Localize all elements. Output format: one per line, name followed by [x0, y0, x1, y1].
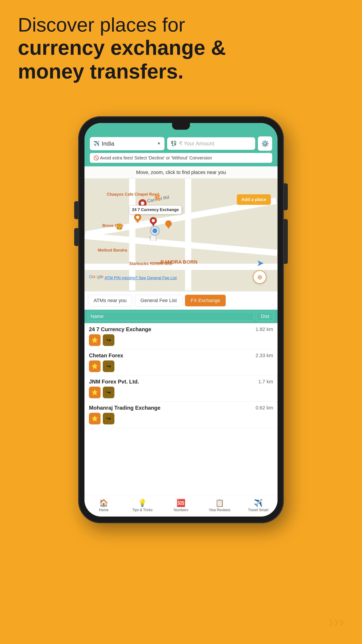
directions-icon: ↪: [106, 337, 111, 343]
svg-marker-10: [166, 225, 170, 229]
list-item-row: 24 7 Currency Exchange 1.82 km: [89, 326, 273, 332]
nav-travel[interactable]: ✈️ Travel Smart: [239, 497, 278, 512]
place-actions: ⭐ ↪: [89, 413, 273, 424]
header-row: ✈️ India ▼ 💱 ₹ Your Amount ⚙️: [90, 136, 272, 151]
favorite-button[interactable]: ⭐: [89, 386, 100, 398]
phone-screen: ✈️ India ▼ 💱 ₹ Your Amount ⚙️: [84, 123, 278, 516]
volume-button-down: [74, 228, 78, 246]
directions-icon: ↪: [106, 416, 111, 422]
place-dist: 1.82 km: [256, 326, 273, 332]
list-col-dist: Dist: [256, 312, 274, 321]
list-item-row: Chetan Forex 2.33 km: [89, 352, 273, 359]
favorite-button[interactable]: ⭐: [89, 334, 100, 346]
place-name: JNM Forex Pvt. Ltd.: [89, 378, 139, 385]
map-hint: Move, zoom, click to find places near yo…: [84, 166, 278, 179]
dropdown-arrow-icon: ▼: [157, 141, 161, 146]
sos-icon: 🆘: [177, 499, 185, 507]
filter-tab-fee[interactable]: General Fee List: [135, 295, 183, 306]
country-name: India: [102, 140, 114, 147]
place-dist: 0.62 km: [256, 405, 273, 411]
country-selector[interactable]: ✈️ India ▼: [90, 137, 164, 150]
place-dist: 2.33 km: [256, 353, 273, 358]
place-dist: 1.7 km: [258, 379, 273, 384]
navigate-button[interactable]: ↪: [103, 360, 114, 372]
power-button: [284, 183, 288, 210]
place-actions: ⭐ ↪: [89, 360, 273, 372]
warning-text: 🚫 Avoid extra fees! Select 'Decline' or …: [93, 155, 212, 160]
favorite-button[interactable]: ⭐: [89, 360, 100, 372]
home-icon: 🏠: [99, 499, 108, 507]
list-item-row: Mohanraj Trading Exchange 0.62 km: [89, 405, 273, 411]
list-item[interactable]: Mohanraj Trading Exchange 0.62 km ⭐ ↪: [84, 402, 278, 428]
nav-visa[interactable]: 📋 Visa Reviews: [200, 497, 239, 512]
travel-icon: ✈️: [254, 499, 263, 507]
hero-line2: currency exchange &: [18, 36, 344, 60]
nav-tips[interactable]: 💡 Tips & Tricks: [123, 497, 162, 512]
hero-line1: Discover places for: [18, 14, 344, 36]
place-name: Chetan Forex: [89, 352, 123, 359]
map-label-chaayos: Chaayos Cafe Chapel Road,: [107, 192, 160, 197]
list-item[interactable]: Chetan Forex 2.33 km ⭐ ↪: [84, 349, 278, 376]
navigation-arrow-icon: ➤: [257, 258, 264, 268]
map-pin-red-2[interactable]: [149, 217, 157, 228]
list-header: Name Dist: [84, 310, 278, 323]
hero-line3: money transfers.: [18, 60, 344, 84]
arrow-decoration: › › ›: [329, 613, 344, 630]
navigate-button[interactable]: ↪: [103, 413, 114, 424]
place-name: 24 7 Currency Exchange: [89, 326, 151, 332]
map-background[interactable]: Chaayos Cafe Chapel Road, Carmel Rd Brev…: [84, 179, 278, 290]
amount-placeholder: ₹ Your Amount: [179, 140, 214, 147]
star-icon: ⭐: [91, 363, 98, 370]
bottom-navigation: 🏠 Home 💡 Tips & Tricks 🆘 Numbers 📋 Visa …: [84, 495, 278, 516]
chevron-1-icon: ›: [329, 613, 334, 630]
filter-tab-fx[interactable]: FX Exchange: [185, 295, 226, 306]
directions-icon: ↪: [106, 389, 111, 396]
map-road-5: [185, 179, 191, 290]
nav-numbers[interactable]: 🆘 Numbers: [162, 497, 200, 512]
phone-device: ✈️ India ▼ 💱 ₹ Your Amount ⚙️: [78, 116, 284, 523]
svg-point-8: [136, 216, 139, 219]
star-icon: ⭐: [91, 337, 98, 343]
favorite-button[interactable]: ⭐: [89, 413, 100, 424]
svg-marker-7: [135, 219, 140, 223]
nav-visa-label: Visa Reviews: [209, 508, 230, 512]
star-icon: ⭐: [91, 416, 98, 422]
nav-travel-label: Travel Smart: [248, 508, 268, 512]
navigate-button[interactable]: ↪: [103, 334, 114, 346]
settings-button[interactable]: ⚙️: [258, 136, 272, 151]
place-name: Mohanraj Trading Exchange: [89, 405, 160, 411]
filter-tabs: ATMs near you General Fee List FX Exchan…: [84, 292, 278, 310]
list-item[interactable]: JNM Forex Pvt. Ltd. 1.7 km ⭐ ↪: [84, 376, 278, 402]
volume-button-up: [74, 201, 78, 219]
chevron-2-icon: ›: [334, 613, 339, 630]
clipboard-icon: 📋: [215, 499, 224, 507]
nav-home[interactable]: 🏠 Home: [84, 497, 123, 512]
place-actions: ⭐ ↪: [89, 334, 273, 346]
nav-numbers-label: Numbers: [174, 508, 188, 512]
list-col-name: Name: [88, 312, 254, 321]
map-pin-orange-1[interactable]: [134, 213, 142, 224]
map-pin-orange-2[interactable]: [165, 220, 172, 230]
lightbulb-icon: 💡: [138, 499, 147, 507]
svg-point-2: [141, 202, 144, 205]
list-item[interactable]: 24 7 Currency Exchange 1.82 km ⭐ ↪: [84, 323, 278, 349]
map-pin-food: 🍽️: [149, 234, 157, 242]
map-pin-food2: 🍔: [116, 224, 123, 230]
amount-input[interactable]: 💱 ₹ Your Amount: [167, 137, 255, 150]
filter-tab-atm[interactable]: ATMs near you: [88, 295, 132, 306]
locate-me-button[interactable]: ⊕: [253, 270, 266, 284]
nav-tips-label: Tips & Tricks: [132, 508, 153, 512]
volume-button-right: [284, 219, 288, 264]
atm-link[interactable]: ATM PIN missing? See General Fee List: [105, 276, 177, 280]
warning-bar: 🚫 Avoid extra fees! Select 'Decline' or …: [90, 153, 272, 163]
phone-shell: ✈️ India ▼ 💱 ₹ Your Amount ⚙️: [78, 116, 284, 523]
add-place-button[interactable]: Add a place: [237, 194, 271, 205]
hero-section: Discover places for currency exchange & …: [18, 14, 344, 84]
place-actions: ⭐ ↪: [89, 386, 273, 398]
map-pin-food3: 🍕: [154, 194, 161, 201]
navigate-button[interactable]: ↪: [103, 386, 114, 398]
map-section[interactable]: Move, zoom, click to find places near yo…: [84, 166, 278, 292]
current-location-dot: [151, 228, 158, 234]
directions-icon: ↪: [106, 363, 111, 370]
crosshair-icon: ⊕: [257, 274, 262, 281]
